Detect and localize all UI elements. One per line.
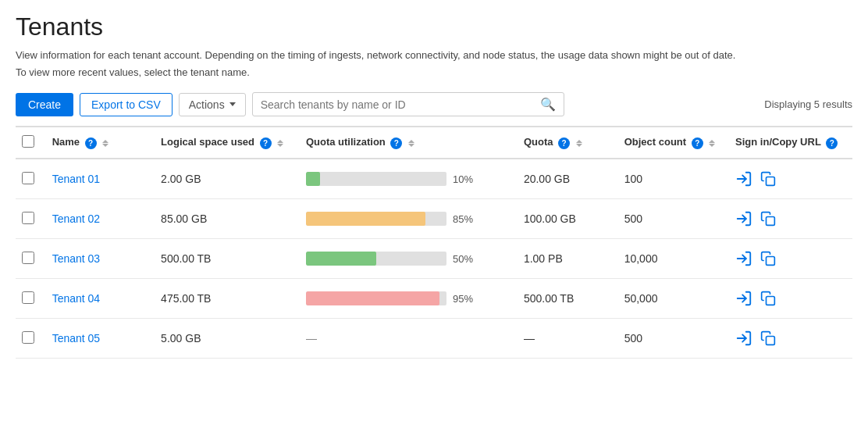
row-logical-tenant-05: 5.00 GB	[155, 319, 300, 359]
progress-bar-wrap: 10%	[306, 172, 511, 186]
row-quota-util-tenant-03: 50%	[300, 239, 518, 279]
signin-button-tenant-02[interactable]	[735, 210, 752, 227]
quota-util-label: 10%	[453, 173, 478, 185]
tenants-table-wrap: Name ? Logical space used ? Quota utiliz…	[0, 126, 868, 359]
sort-icon-quota-util[interactable]	[408, 140, 414, 147]
row-signin-tenant-01	[729, 159, 852, 199]
copy-url-button-tenant-05[interactable]	[760, 330, 776, 346]
tenant-link-tenant-05[interactable]: Tenant 05	[52, 332, 101, 345]
signin-button-tenant-04[interactable]	[735, 290, 752, 307]
row-checkbox-cell	[16, 159, 46, 199]
search-box: 🔍	[252, 92, 564, 116]
copy-url-button-tenant-01[interactable]	[760, 171, 776, 187]
page-title: Tenants	[0, 0, 868, 48]
row-logical-tenant-04: 475.00 TB	[155, 279, 300, 319]
signin-icon	[735, 290, 752, 307]
progress-bar-bg	[306, 172, 446, 186]
create-button[interactable]: Create	[16, 93, 73, 116]
help-icon-object-count[interactable]: ?	[692, 137, 703, 149]
col-header-object-count: Object count ?	[618, 127, 729, 159]
help-icon-name[interactable]: ?	[85, 137, 97, 149]
row-signin-tenant-03	[729, 239, 852, 279]
row-name-tenant-02: Tenant 02	[46, 199, 155, 239]
row-object-count-tenant-05: 500	[618, 319, 729, 359]
quota-util-label: 85%	[453, 213, 478, 225]
row-name-tenant-04: Tenant 04	[46, 279, 155, 319]
row-checkbox-tenant-02[interactable]	[22, 212, 34, 224]
row-name-tenant-03: Tenant 03	[46, 239, 155, 279]
quota-util-dash: —	[306, 332, 317, 345]
actions-label: Actions	[189, 98, 225, 111]
progress-bar-wrap: 85%	[306, 212, 511, 226]
row-checkbox-tenant-05[interactable]	[22, 331, 34, 344]
quota-util-label: 50%	[453, 253, 478, 265]
action-icons	[735, 330, 846, 347]
copy-icon	[760, 291, 776, 306]
quota-util-label: 95%	[453, 293, 478, 305]
row-checkbox-tenant-03[interactable]	[22, 252, 34, 264]
row-object-count-tenant-04: 50,000	[618, 279, 729, 319]
progress-bar-fill	[306, 212, 425, 226]
col-header-name: Name ?	[46, 127, 155, 159]
table-row: Tenant 03 500.00 TB 50% 1.00 PB10,000	[16, 239, 852, 279]
row-quota-util-tenant-04: 95%	[300, 279, 518, 319]
row-logical-tenant-01: 2.00 GB	[155, 159, 300, 199]
action-icons	[735, 290, 846, 307]
copy-url-button-tenant-03[interactable]	[760, 251, 776, 266]
row-checkbox-cell	[16, 279, 46, 319]
row-checkbox-cell	[16, 319, 46, 359]
search-input[interactable]	[261, 98, 535, 111]
progress-bar-wrap: 95%	[306, 291, 511, 305]
sort-icon-logical[interactable]	[277, 140, 283, 147]
toolbar: Create Export to CSV Actions 🔍 Displayin…	[0, 92, 868, 126]
signin-icon	[735, 210, 752, 227]
sort-icon-quota[interactable]	[576, 140, 582, 147]
copy-url-button-tenant-02[interactable]	[760, 211, 776, 227]
tenants-page: Tenants View information for each tenant…	[0, 0, 868, 432]
row-logical-tenant-02: 85.00 GB	[155, 199, 300, 239]
sort-icon-name[interactable]	[102, 140, 108, 147]
row-quota-tenant-03: 1.00 PB	[518, 239, 618, 279]
row-checkbox-tenant-04[interactable]	[22, 291, 34, 304]
col-select-all[interactable]	[16, 127, 46, 159]
table-header-row: Name ? Logical space used ? Quota utiliz…	[16, 127, 852, 159]
tenants-table: Name ? Logical space used ? Quota utiliz…	[16, 126, 852, 359]
table-row: Tenant 01 2.00 GB 10% 20.00 GB100	[16, 159, 852, 199]
row-quota-tenant-02: 100.00 GB	[518, 199, 618, 239]
tenant-link-tenant-04[interactable]: Tenant 04	[52, 292, 101, 305]
row-logical-tenant-03: 500.00 TB	[155, 239, 300, 279]
table-row: Tenant 02 85.00 GB 85% 100.00 GB500	[16, 199, 852, 239]
progress-bar-fill	[306, 172, 320, 186]
signin-icon	[735, 170, 752, 187]
signin-button-tenant-01[interactable]	[735, 170, 752, 187]
row-signin-tenant-05	[729, 319, 852, 359]
tenant-link-tenant-02[interactable]: Tenant 02	[52, 212, 101, 225]
progress-bar-fill	[306, 291, 439, 305]
sort-icon-object-count[interactable]	[709, 140, 715, 147]
tenant-link-tenant-01[interactable]: Tenant 01	[52, 173, 101, 185]
signin-button-tenant-05[interactable]	[735, 330, 752, 347]
copy-icon	[760, 211, 776, 227]
svg-rect-7	[767, 297, 775, 305]
search-icon: 🔍	[540, 97, 556, 112]
signin-button-tenant-03[interactable]	[735, 250, 752, 267]
help-icon-signin[interactable]: ?	[826, 137, 838, 149]
row-object-count-tenant-01: 100	[618, 159, 729, 199]
select-all-checkbox[interactable]	[22, 135, 34, 148]
actions-button[interactable]: Actions	[179, 93, 246, 116]
tenant-link-tenant-03[interactable]: Tenant 03	[52, 252, 101, 265]
row-name-tenant-01: Tenant 01	[46, 159, 155, 199]
help-icon-logical[interactable]: ?	[260, 137, 272, 149]
help-icon-quota-util[interactable]: ?	[390, 137, 402, 149]
row-quota-tenant-01: 20.00 GB	[518, 159, 618, 199]
help-icon-quota[interactable]: ?	[558, 137, 570, 149]
row-checkbox-tenant-01[interactable]	[22, 172, 34, 184]
copy-url-button-tenant-04[interactable]	[760, 291, 776, 306]
export-csv-button[interactable]: Export to CSV	[80, 93, 173, 116]
progress-bar-wrap: 50%	[306, 252, 511, 266]
progress-bar-bg	[306, 252, 446, 266]
col-header-quota: Quota ?	[518, 127, 618, 159]
display-count: Displaying 5 results	[764, 98, 852, 110]
signin-icon	[735, 250, 752, 267]
progress-bar-bg	[306, 291, 446, 305]
